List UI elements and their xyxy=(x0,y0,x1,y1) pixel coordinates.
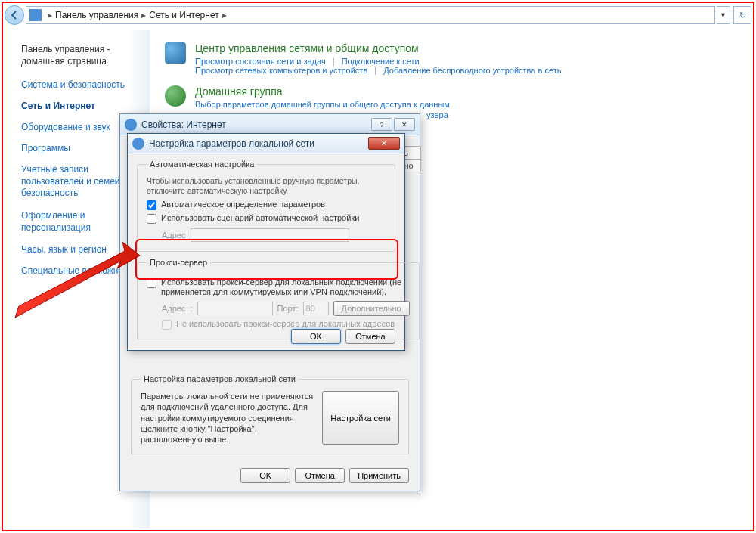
breadcrumb[interactable]: ▸ Панель управления ▸ Сеть и Интернет ▸ xyxy=(26,6,715,24)
link-view-status[interactable]: Просмотр состояния сети и задач xyxy=(195,57,326,66)
chevron-right-icon: ▸ xyxy=(141,10,146,20)
dialog-titlebar[interactable]: Свойства: Интернет ? ✕ xyxy=(120,114,420,135)
lan-settings-button[interactable]: Настройка сети xyxy=(322,391,399,445)
proxy-advanced-button: Дополнительно xyxy=(333,301,410,316)
section-network-center: Центр управления сетями и общим доступом… xyxy=(165,42,736,75)
lan-ok-button[interactable]: OK xyxy=(291,329,341,344)
ok-button[interactable]: OK xyxy=(240,468,290,483)
homegroup-icon xyxy=(165,85,186,107)
link-homegroup-params[interactable]: Выбор параметров домашней группы и общег… xyxy=(195,100,450,109)
proxy-address-row: Адрес: Порт: Дополнительно xyxy=(162,301,410,316)
help-button[interactable]: ? xyxy=(371,118,392,131)
section-homegroup: Домашняя группа Выбор параметров домашне… xyxy=(165,85,736,109)
proxy-group: Прокси-сервер Использовать прокси-сервер… xyxy=(137,258,420,339)
lan-cancel-button[interactable]: Отмена xyxy=(345,329,395,344)
homegroup-title[interactable]: Домашняя группа xyxy=(195,85,450,98)
lan-dialog-title: Настройка параметров локальной сети xyxy=(149,138,314,149)
close-button[interactable]: ✕ xyxy=(394,118,415,131)
network-center-icon xyxy=(165,42,186,64)
use-script-row[interactable]: Использовать сценарий автоматической нас… xyxy=(147,213,386,224)
use-proxy-checkbox[interactable] xyxy=(147,278,156,288)
auto-config-legend: Автоматическая настройка xyxy=(147,160,257,169)
chevron-right-icon: ▸ xyxy=(222,10,227,20)
network-center-title[interactable]: Центр управления сетями и общим доступом xyxy=(195,42,561,54)
use-script-checkbox[interactable] xyxy=(147,214,156,224)
internet-options-icon xyxy=(125,119,137,131)
lan-dialog-titlebar[interactable]: Настройка параметров локальной сети ✕ xyxy=(128,134,404,153)
script-address-input xyxy=(191,228,349,242)
sidebar-item-network[interactable]: Сеть и Интернет xyxy=(21,101,147,111)
chevron-right-icon: ▸ xyxy=(48,10,52,20)
apply-button[interactable]: Применить xyxy=(349,468,409,483)
auto-config-group: Автоматическая настройка Чтобы использов… xyxy=(137,160,395,252)
cancel-button[interactable]: Отмена xyxy=(295,468,345,483)
use-proxy-row[interactable]: Использовать прокси-сервер для локальных… xyxy=(147,277,410,296)
proxy-address-label: Адрес xyxy=(162,304,186,313)
use-proxy-label: Использовать прокси-сервер для локальных… xyxy=(161,277,410,296)
partial-link-browser[interactable]: узера xyxy=(426,110,736,119)
bypass-local-label: Не использовать прокси-сервер для локаль… xyxy=(176,319,395,328)
lan-settings-dialog: Настройка параметров локальной сети ✕ Ав… xyxy=(127,133,405,351)
close-button[interactable]: ✕ xyxy=(368,137,400,150)
auto-detect-checkbox[interactable] xyxy=(147,200,156,210)
link-connect[interactable]: Подключение к сети xyxy=(342,57,420,66)
script-address-row: Адрес xyxy=(162,228,386,242)
sidebar-item-system[interactable]: Система и безопасность xyxy=(21,79,147,90)
bypass-local-checkbox xyxy=(162,320,172,330)
breadcrumb-seg-2[interactable]: Сеть и Интернет xyxy=(149,10,218,20)
auto-config-note: Чтобы использовать установленные вручную… xyxy=(147,176,386,195)
lan-settings-group: Настройка параметров локальной сети Пара… xyxy=(131,374,409,454)
breadcrumb-dropdown[interactable]: ▼ xyxy=(717,6,730,24)
link-view-devices[interactable]: Просмотр сетевых компьютеров и устройств xyxy=(195,66,367,75)
control-panel-icon xyxy=(29,9,42,21)
breadcrumb-seg-1[interactable]: Панель управления xyxy=(55,10,138,20)
auto-detect-row[interactable]: Автоматическое определение параметров xyxy=(147,200,386,210)
sidebar-home-l1: Панель управления - xyxy=(21,44,110,54)
proxy-port-label: Порт: xyxy=(277,304,299,313)
refresh-button[interactable]: ↻ xyxy=(733,6,751,24)
script-address-label: Адрес xyxy=(162,231,186,240)
auto-detect-label: Автоматическое определение параметров xyxy=(161,200,325,209)
sidebar-home[interactable]: Панель управления - домашняя страница xyxy=(21,44,147,67)
link-add-wireless[interactable]: Добавление беспроводного устройства в се… xyxy=(383,66,561,75)
sidebar-home-l2: домашняя страница xyxy=(21,56,107,67)
proxy-address-input xyxy=(197,302,273,315)
lan-settings-description: Параметры локальной сети не применяются … xyxy=(141,391,314,445)
dialog-title: Свойства: Интернет xyxy=(141,119,226,130)
nav-back-button[interactable] xyxy=(5,5,24,25)
proxy-port-input xyxy=(303,302,329,315)
use-script-label: Использовать сценарий автоматической нас… xyxy=(161,213,359,222)
lan-settings-legend: Настройка параметров локальной сети xyxy=(141,374,299,383)
internet-options-icon xyxy=(132,138,144,150)
proxy-legend: Прокси-сервер xyxy=(147,258,210,267)
address-bar: ▸ Панель управления ▸ Сеть и Интернет ▸ … xyxy=(5,5,751,26)
